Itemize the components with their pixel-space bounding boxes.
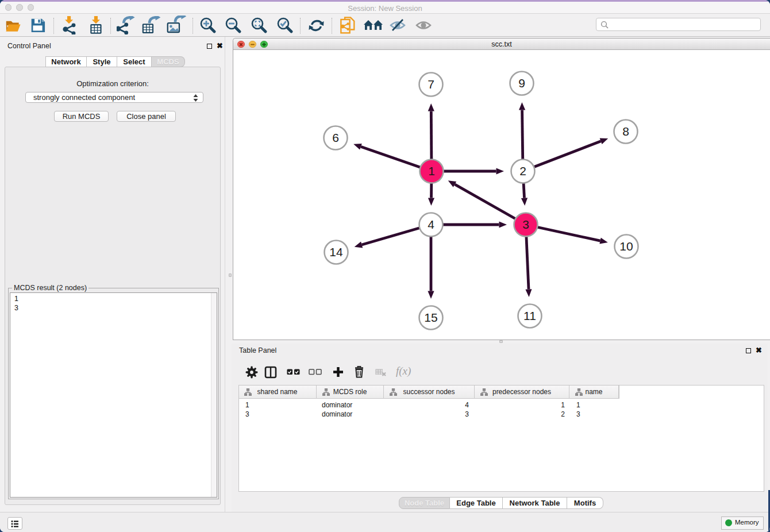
svg-text:10: 10 (619, 240, 633, 253)
svg-text:11: 11 (523, 309, 536, 322)
svg-text:4: 4 (428, 218, 434, 231)
svg-text:1: 1 (428, 164, 435, 178)
svg-text:9: 9 (518, 76, 525, 90)
svg-text:6: 6 (332, 131, 339, 144)
svg-text:15: 15 (424, 311, 437, 324)
svg-text:2: 2 (519, 164, 526, 178)
svg-text:3: 3 (522, 218, 529, 231)
svg-text:8: 8 (622, 125, 629, 138)
svg-text:14: 14 (329, 245, 343, 259)
svg-text:7: 7 (428, 78, 434, 91)
